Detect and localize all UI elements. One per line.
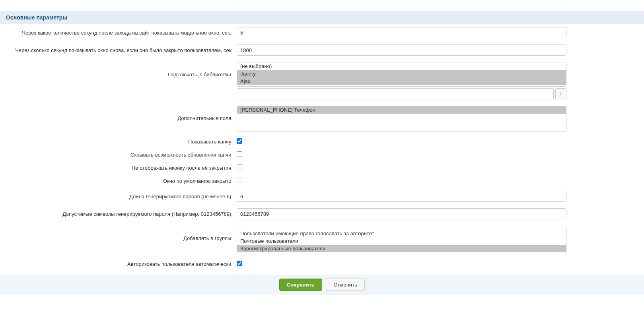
section-header: Основные параметры [0,11,644,24]
input-password-chars[interactable] [237,208,566,219]
label-add-fields: Дополнительные поля: [0,106,237,121]
list-item[interactable]: Jquery [237,70,566,77]
checkbox-closed-default[interactable] [237,178,242,183]
label-delay-show: Через какое количество секунд после захо… [0,30,237,36]
list-item-cut[interactable] [237,226,566,230]
list-item[interactable]: [PERSONAL_PHONE] Телефон [237,106,566,114]
list-item[interactable]: Пользователи имеющие право голосовать за… [237,230,566,237]
truncated-select-stub [237,0,566,1]
label-groups: Добавлять в группы: [0,226,237,241]
label-hide-captcha-refresh: Скрывать возможность обновления капчи: [0,152,237,158]
label-js-libs: Подключать js библиотеки: [0,62,237,77]
list-item[interactable]: Ajax [237,77,566,85]
listbox-groups[interactable]: Пользователи имеющие право голосовать за… [237,226,566,254]
save-button[interactable]: Сохранить [279,279,322,291]
checkbox-show-captcha[interactable] [237,138,242,144]
input-password-length[interactable] [237,191,566,202]
plus-icon: + [559,91,562,97]
input-js-libs-add[interactable] [237,88,554,99]
button-bar: Сохранить Отменить [0,275,644,295]
settings-form: Через какое количество секунд после захо… [0,24,644,271]
checkbox-hide-icon[interactable] [237,165,242,170]
checkbox-auto-auth[interactable] [237,261,242,266]
label-show-captcha: Показывать капчу: [0,139,237,145]
listbox-js-libs[interactable]: (не выбрано) Jquery Ajax [237,62,566,87]
input-delay-reshow[interactable] [237,45,566,56]
section-title: Основные параметры [6,14,67,21]
checkbox-hide-captcha-refresh[interactable] [237,151,242,157]
label-closed-default: Окно по умолчанию закрыто: [0,178,237,184]
label-hide-icon: Не отображать иконку после её закрытия: [0,165,237,171]
input-delay-show[interactable] [237,27,566,38]
label-auto-auth: Авторизовать пользователя автоматически: [0,261,237,267]
add-button[interactable]: + [555,88,566,99]
label-password-length: Длина генерируемого пароля (не менее 6): [0,194,237,199]
list-item[interactable]: Почтовые пользователи [237,237,566,245]
cancel-button[interactable]: Отменить [326,279,364,291]
label-delay-reshow: Через сколько секунд показывать окно сно… [0,47,237,53]
listbox-add-fields[interactable]: [PERSONAL_PHONE] Телефон [237,106,566,132]
label-password-chars: Допустимые символы генерируемого пароля … [0,211,237,217]
list-item[interactable]: (не выбрано) [237,62,566,70]
list-item[interactable]: Зарегистрированные пользователи [237,245,566,252]
